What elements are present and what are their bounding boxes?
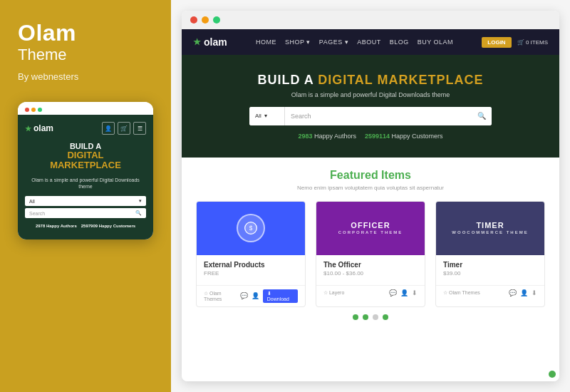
product-price-3: $39.00 <box>443 270 537 277</box>
pagination-dot-1[interactable] <box>353 314 358 320</box>
hero-search-input[interactable]: Search <box>285 107 472 125</box>
product-thumb-text-2: OFFICER CORPORATE THEME <box>338 221 403 235</box>
hero-title-part1: BUILD A <box>258 73 318 87</box>
hero-customers-label: Happy Customers <box>392 133 443 140</box>
desktop-logo-star: ★ <box>193 37 201 47</box>
desktop-logo: ★ olam <box>193 36 227 48</box>
product-card-2: OFFICER CORPORATE THEME The Officer $10.… <box>316 201 425 307</box>
mobile-stat-authors: 2978 Happy Authors <box>36 224 77 228</box>
nav-buy-olam[interactable]: BUY OLAM <box>418 38 453 46</box>
mobile-stats: 2978 Happy Authors 2597909 Happy Custome… <box>25 224 146 232</box>
product-actions-1: 💬 👤 ⬇ Download <box>240 289 298 303</box>
mobile-window-dots <box>25 108 42 112</box>
product-card-3: TIMER Woocommerce Theme Timer $39.00 ☆ O… <box>435 201 545 307</box>
hero-customers-number: 2599114 <box>365 133 390 140</box>
mobile-select[interactable]: All ▾ <box>25 196 146 206</box>
hero-stat-customers: 2599114 Happy Customers <box>365 133 443 140</box>
hero-search-button[interactable]: 🔍 <box>472 107 492 125</box>
desktop-nav-right: LOGIN 🛒 0 ITEMS <box>482 37 548 48</box>
desktop-nav: ★ olam HOME SHOP ▾ PAGES ▾ ABOUT BLOG BU… <box>182 29 559 55</box>
mobile-select-arrow: ▾ <box>139 198 142 204</box>
desktop-title-bar <box>182 11 559 29</box>
right-panel: ★ olam HOME SHOP ▾ PAGES ▾ ABOUT BLOG BU… <box>171 0 570 392</box>
nav-blog[interactable]: BLOG <box>390 38 409 46</box>
product-author-3: ☆ Olam Themes <box>443 290 480 296</box>
hero-search-select[interactable]: All ▾ <box>249 107 285 125</box>
product-price-1: FREE <box>204 270 298 277</box>
hero-search[interactable]: All ▾ Search 🔍 <box>249 107 492 125</box>
mobile-nav: ★ olam 👤 🛒 ☰ <box>25 122 146 135</box>
desktop-hero: BUILD A DIGITAL MARKETPLACE Olam is a si… <box>182 55 559 158</box>
hero-select-arrow: ▾ <box>264 113 267 119</box>
product-name-3: Timer <box>443 261 537 269</box>
product-thumb-icon-1: $ <box>237 214 265 242</box>
product-thumb-3: TIMER Woocommerce Theme <box>436 202 544 255</box>
product-name-2: The Officer <box>323 261 418 269</box>
mobile-dot-green <box>38 108 42 112</box>
mobile-hero: BUILD A DIGITAL MARKETPLACE <box>25 142 146 171</box>
comment-icon-3: 💬 <box>509 289 517 296</box>
comment-icon-1: 💬 <box>240 292 248 299</box>
desktop-logo-text: olam <box>204 36 227 48</box>
mobile-authors-number: 2978 <box>36 224 45 228</box>
mobile-customers-number: 2597909 <box>81 224 98 228</box>
pagination-dots <box>196 307 545 320</box>
product-thumb-sub-2: CORPORATE THEME <box>338 230 403 235</box>
mobile-search-icon: 🔍 <box>135 210 142 216</box>
pagination-dot-3[interactable] <box>373 314 378 320</box>
product-thumb-1: $ <box>197 202 305 255</box>
nav-pages[interactable]: PAGES ▾ <box>319 38 348 46</box>
product-thumb-sub-3: Woocommerce Theme <box>452 230 528 235</box>
nav-home[interactable]: HOME <box>256 38 276 46</box>
hero-authors-number: 2983 <box>298 133 312 140</box>
product-actions-2: 💬 👤 ⬇ <box>389 289 418 296</box>
nav-about[interactable]: ABOUT <box>357 38 381 46</box>
product-thumb-title-2: OFFICER <box>338 221 403 230</box>
user-icon-2: 👤 <box>400 289 408 296</box>
featured-section: Featured Items Nemo enim ipsam voluptate… <box>182 158 559 381</box>
brand-by: By webnesters <box>18 71 78 82</box>
product-actions-3: 💬 👤 ⬇ <box>509 289 537 296</box>
mobile-authors-label: Happy Authors <box>45 224 76 228</box>
mobile-dot-yellow <box>31 108 36 112</box>
mobile-marketplace-text: MARKETPLACE <box>25 160 146 170</box>
desktop-dot-red <box>190 16 197 24</box>
mobile-logo: ★ olam <box>25 123 53 133</box>
product-info-1: External Products FREE <box>197 255 305 285</box>
user-icon-3: 👤 <box>520 289 528 296</box>
mobile-search-bar[interactable]: Search 🔍 <box>25 208 146 218</box>
left-panel: Olam Theme By webnesters ★ olam 👤 🛒 ☰ <box>0 0 171 392</box>
hero-stats: 2983 Happy Authors 2599114 Happy Custome… <box>196 133 545 140</box>
featured-title: Featured Items <box>196 169 545 182</box>
product-card-1: $ External Products FREE ☆ Olam Themes 💬… <box>196 201 306 307</box>
product-thumb-2: OFFICER CORPORATE THEME <box>316 202 425 255</box>
comment-icon-2: 💬 <box>389 289 397 296</box>
mobile-cart-icon[interactable]: 🛒 <box>118 122 130 135</box>
mobile-title-bar <box>18 102 153 115</box>
featured-grid: $ External Products FREE ☆ Olam Themes 💬… <box>196 201 545 307</box>
mobile-browser-content: ★ olam 👤 🛒 ☰ BUILD A DIGITAL MARKETPLACE… <box>18 115 153 239</box>
product-footer-3: ☆ Olam Themes 💬 👤 ⬇ <box>436 285 544 300</box>
download-button-1[interactable]: ⬇ Download <box>263 289 298 303</box>
product-thumb-title-3: TIMER <box>452 221 528 230</box>
product-author-2: ☆ Layero <box>323 290 344 296</box>
mobile-logo-text: olam <box>33 123 53 133</box>
featured-desc: Nemo enim ipsam voluptatem quia voluptas… <box>196 185 545 191</box>
mobile-stat-customers: 2597909 Happy Customers <box>81 224 135 228</box>
pagination-dot-4[interactable] <box>383 314 388 320</box>
product-author-1: ☆ Olam Themes <box>204 291 240 301</box>
mobile-dot-red <box>25 108 29 112</box>
cart-icon[interactable]: 🛒 0 ITEMS <box>517 39 548 46</box>
nav-shop[interactable]: SHOP ▾ <box>285 38 311 46</box>
mobile-user-icon[interactable]: 👤 <box>102 122 115 135</box>
mobile-digital-text: DIGITAL <box>25 150 146 160</box>
product-price-2: $10.00 - $36.00 <box>323 270 418 277</box>
mobile-customers-label: Happy Customers <box>98 224 135 228</box>
hero-title-highlight: DIGITAL MARKETPLACE <box>318 73 483 87</box>
login-button[interactable]: LOGIN <box>482 37 511 48</box>
hero-stat-authors: 2983 Happy Authors <box>298 133 356 140</box>
mobile-mockup: ★ olam 👤 🛒 ☰ BUILD A DIGITAL MARKETPLACE… <box>18 102 153 239</box>
mobile-menu-icon[interactable]: ☰ <box>133 122 146 135</box>
svg-text:$: $ <box>249 225 253 232</box>
pagination-dot-2[interactable] <box>363 314 368 320</box>
